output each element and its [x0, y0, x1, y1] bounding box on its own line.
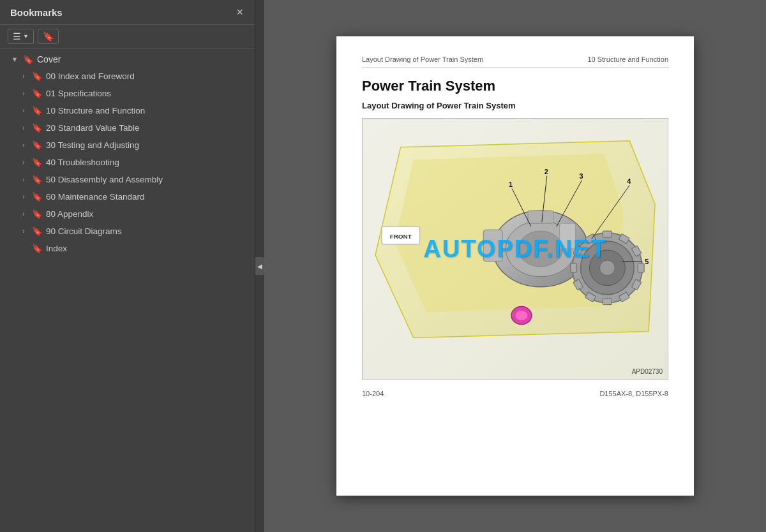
sidebar-title: Bookmarks	[10, 7, 63, 18]
bookmark-item-10[interactable]: › 🔖 10 Structure and Function	[0, 102, 255, 119]
bookmark-item-90[interactable]: › 🔖 90 Circuit Diagrams	[0, 223, 255, 240]
page-footer: 10-204 D155AX-8, D155PX-8	[362, 390, 668, 397]
item-01-label: 01 Specifications	[46, 89, 111, 98]
item-index-bookmark-icon: 🔖	[32, 244, 42, 253]
page-header: Layout Drawing of Power Train System 10 …	[362, 55, 668, 68]
page-sub-title: Layout Drawing of Power Train System	[362, 101, 668, 110]
page-main-title: Power Train System	[362, 78, 668, 94]
svg-rect-25	[483, 230, 502, 262]
item-80-label: 80 Appendix	[46, 209, 93, 219]
chevron-down-icon: ▼	[23, 33, 29, 40]
svg-rect-20	[571, 263, 577, 272]
item-00-bookmark-icon: 🔖	[32, 71, 42, 81]
sidebar: Bookmarks × ☰ ▼ 🔖 ▼ 🔖 Cover › 🔖 00 Index…	[0, 0, 255, 532]
item-50-chevron-icon: ›	[19, 176, 28, 183]
sidebar-toolbar: ☰ ▼ 🔖	[0, 25, 255, 48]
svg-rect-14	[638, 263, 644, 272]
item-30-bookmark-icon: 🔖	[32, 140, 42, 150]
item-01-bookmark-icon: 🔖	[32, 89, 42, 98]
bookmark-item-index[interactable]: › 🔖 Index	[0, 240, 255, 257]
bookmark-item-00[interactable]: › 🔖 00 Index and Foreword	[0, 68, 255, 85]
item-80-chevron-icon: ›	[19, 211, 28, 218]
item-10-label: 10 Structure and Function	[46, 106, 145, 115]
bookmark-icon-button[interactable]: 🔖	[38, 29, 59, 44]
svg-point-24	[515, 311, 528, 321]
cover-bookmark-icon: 🔖	[23, 55, 33, 64]
close-button[interactable]: ×	[232, 5, 247, 19]
svg-rect-26	[560, 223, 576, 249]
item-50-bookmark-icon: 🔖	[32, 175, 42, 184]
item-60-bookmark-icon: 🔖	[32, 192, 42, 202]
item-90-bookmark-icon: 🔖	[32, 226, 42, 236]
item-90-chevron-icon: ›	[19, 228, 28, 235]
svg-text:1: 1	[509, 181, 513, 188]
svg-text:2: 2	[544, 168, 548, 175]
diagram-code: APD02730	[632, 368, 663, 375]
item-60-label: 60 Maintenance Standard	[46, 192, 145, 202]
item-30-label: 30 Testing and Adjusting	[46, 140, 139, 150]
item-80-bookmark-icon: 🔖	[32, 209, 42, 219]
svg-text:FRONT: FRONT	[390, 233, 412, 240]
diagram-image: FRONT	[362, 118, 668, 380]
svg-point-6	[518, 231, 563, 267]
item-60-chevron-icon: ›	[19, 193, 28, 200]
list-icon: ☰	[13, 31, 21, 41]
bookmark-item-01[interactable]: › 🔖 01 Specifications	[0, 85, 255, 102]
page-number: 10-204	[362, 390, 384, 397]
main-content: Layout Drawing of Power Train System 10 …	[264, 0, 766, 532]
collapse-icon: ◀	[257, 263, 262, 270]
item-00-label: 00 Index and Foreword	[46, 71, 135, 81]
item-10-chevron-icon: ›	[19, 107, 28, 114]
svg-rect-17	[603, 299, 612, 305]
svg-text:4: 4	[627, 177, 631, 185]
page-header-left: Layout Drawing of Power Train System	[362, 55, 483, 63]
page-header-right: 10 Structure and Function	[587, 55, 668, 63]
bookmark-item-40[interactable]: › 🔖 40 Troubleshooting	[0, 154, 255, 171]
bookmark-item-50[interactable]: › 🔖 50 Disassembly and Assembly	[0, 171, 255, 188]
bookmark-item-80[interactable]: › 🔖 80 Appendix	[0, 205, 255, 223]
svg-rect-11	[603, 231, 612, 237]
bookmark-item-60[interactable]: › 🔖 60 Maintenance Standard	[0, 188, 255, 205]
svg-text:5: 5	[645, 258, 649, 265]
collapse-sidebar-button[interactable]: ◀	[255, 257, 264, 275]
bookmark-cover[interactable]: ▼ 🔖 Cover	[0, 51, 255, 68]
svg-text:3: 3	[580, 172, 583, 180]
item-40-label: 40 Troubleshooting	[46, 158, 119, 167]
item-40-bookmark-icon: 🔖	[32, 158, 42, 167]
bookmark-icon: 🔖	[43, 31, 54, 41]
item-01-chevron-icon: ›	[19, 90, 28, 97]
bookmarks-list: ▼ 🔖 Cover › 🔖 00 Index and Foreword › 🔖 …	[0, 48, 255, 532]
diagram-svg: FRONT	[363, 119, 668, 379]
item-20-label: 20 Standard Value Table	[46, 123, 140, 133]
item-20-chevron-icon: ›	[19, 124, 28, 131]
item-10-bookmark-icon: 🔖	[32, 106, 42, 115]
bookmark-item-20[interactable]: › 🔖 20 Standard Value Table	[0, 119, 255, 137]
bookmark-item-30[interactable]: › 🔖 30 Testing and Adjusting	[0, 137, 255, 154]
page-container: Layout Drawing of Power Train System 10 …	[336, 36, 694, 496]
cover-label: Cover	[37, 54, 61, 64]
item-index-label: Index	[46, 244, 67, 253]
sidebar-header: Bookmarks ×	[0, 0, 255, 25]
model-number: D155AX-8, D155PX-8	[599, 390, 668, 397]
item-50-label: 50 Disassembly and Assembly	[46, 175, 163, 184]
svg-point-10	[599, 260, 615, 276]
item-40-chevron-icon: ›	[19, 159, 28, 166]
item-20-bookmark-icon: 🔖	[32, 123, 42, 133]
item-30-chevron-icon: ›	[19, 142, 28, 149]
cover-chevron-icon: ▼	[10, 55, 19, 63]
item-90-label: 90 Circuit Diagrams	[46, 226, 122, 236]
item-00-chevron-icon: ›	[19, 73, 28, 80]
list-view-button[interactable]: ☰ ▼	[8, 29, 34, 44]
svg-rect-27	[528, 211, 553, 223]
